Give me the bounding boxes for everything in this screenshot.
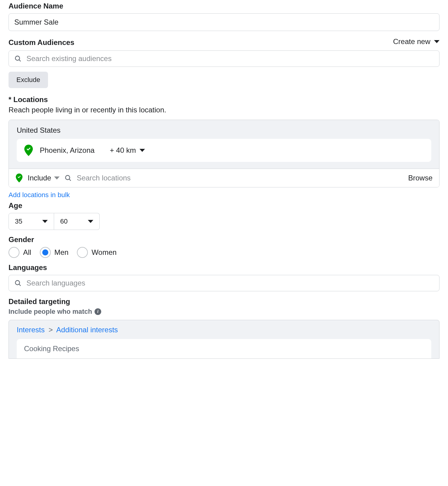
detailed-targeting-panel: Interests > Additional interests Cooking…	[9, 320, 439, 359]
chevron-down-icon	[88, 220, 93, 223]
breadcrumb-separator: >	[49, 326, 53, 334]
location-radius-dropdown[interactable]: + 40 km	[110, 146, 145, 155]
create-new-dropdown[interactable]: Create new	[393, 37, 439, 46]
svg-point-0	[16, 56, 20, 60]
create-new-label: Create new	[393, 37, 430, 46]
gender-radio-men[interactable]: Men	[40, 247, 69, 258]
chevron-down-icon	[140, 149, 145, 152]
radio-icon	[40, 247, 51, 258]
audience-name-input[interactable]	[9, 13, 439, 31]
languages-search-input[interactable]	[26, 279, 434, 287]
age-min-select[interactable]: 35	[9, 213, 54, 230]
add-locations-bulk-link[interactable]: Add locations in bulk	[9, 191, 70, 199]
gender-radio-women[interactable]: Women	[77, 247, 116, 258]
svg-point-4	[16, 281, 20, 285]
svg-line-3	[69, 179, 71, 181]
svg-line-1	[19, 60, 21, 62]
breadcrumb-root[interactable]: Interests	[17, 326, 45, 334]
svg-point-2	[66, 176, 70, 180]
radio-icon	[77, 247, 88, 258]
chevron-down-icon	[434, 40, 439, 43]
location-radius-value: + 40 km	[110, 146, 136, 155]
svg-line-5	[19, 284, 21, 286]
chevron-down-icon	[42, 220, 48, 223]
audience-name-label: Audience Name	[9, 2, 439, 10]
info-icon[interactable]: i	[95, 308, 101, 315]
radio-icon	[9, 247, 19, 258]
gender-men-label: Men	[54, 248, 69, 257]
locations-label: * Locations	[9, 95, 439, 104]
gender-all-label: All	[23, 248, 31, 257]
targeting-breadcrumb: Interests > Additional interests	[17, 326, 431, 334]
detailed-targeting-sublabel: Include people who match i	[9, 308, 101, 316]
languages-search-box[interactable]	[9, 275, 439, 291]
detailed-targeting-label: Detailed targeting	[9, 297, 439, 306]
location-name: Phoenix, Arizona	[40, 146, 95, 155]
age-label: Age	[9, 201, 439, 210]
map-pin-icon	[24, 144, 33, 156]
location-country: United States	[17, 126, 431, 135]
include-exclude-dropdown[interactable]: Include	[28, 174, 60, 182]
browse-button[interactable]: Browse	[408, 174, 432, 182]
custom-audiences-search-box[interactable]	[9, 50, 439, 67]
chevron-down-icon	[54, 176, 60, 180]
gender-radio-all[interactable]: All	[9, 247, 31, 258]
age-min-value: 35	[15, 217, 22, 225]
include-label: Include	[28, 174, 51, 182]
search-icon	[64, 174, 72, 182]
gender-women-label: Women	[91, 248, 116, 257]
targeting-interest-item[interactable]: Cooking Recipes	[17, 339, 431, 358]
gender-label: Gender	[9, 235, 439, 244]
location-item[interactable]: Phoenix, Arizona + 40 km	[17, 139, 431, 162]
age-max-value: 60	[60, 217, 67, 225]
breadcrumb-leaf[interactable]: Additional interests	[56, 326, 118, 334]
custom-audiences-search-input[interactable]	[26, 54, 434, 63]
locations-description: Reach people living in or recently in th…	[9, 106, 439, 114]
location-search-input[interactable]	[77, 174, 403, 182]
languages-label: Languages	[9, 263, 439, 272]
exclude-button[interactable]: Exclude	[9, 72, 48, 88]
search-icon	[14, 279, 22, 287]
search-icon	[14, 55, 22, 62]
locations-panel: United States Phoenix, Arizona + 40 km I…	[9, 120, 439, 187]
map-pin-icon	[16, 173, 23, 183]
age-max-select[interactable]: 60	[54, 213, 100, 230]
custom-audiences-label: Custom Audiences	[9, 38, 74, 47]
